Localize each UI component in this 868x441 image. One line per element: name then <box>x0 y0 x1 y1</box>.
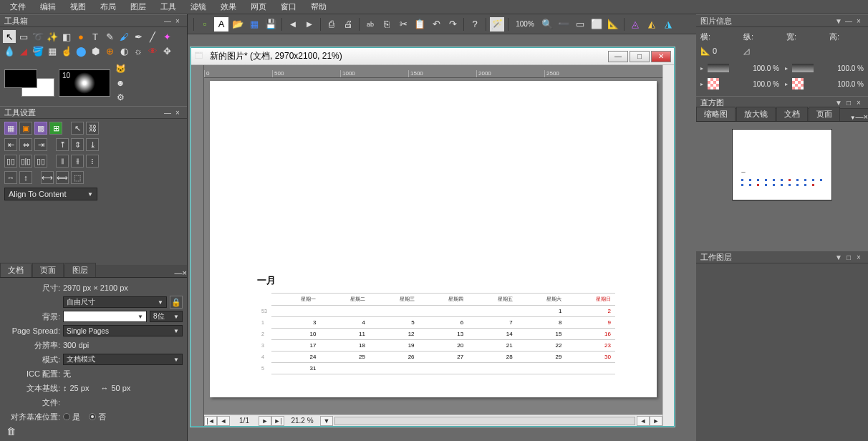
panel-minimize-icon[interactable]: — <box>175 268 183 277</box>
layer-row[interactable]: ▸100.0 % <box>785 76 864 92</box>
wand-tool-icon[interactable]: ✨ <box>46 30 59 43</box>
radio-no[interactable]: 否 <box>89 412 106 422</box>
eraser-tool-icon[interactable]: ◢ <box>17 44 30 57</box>
edit-tool-icon[interactable]: ✎ <box>103 30 116 43</box>
stamp-tool-icon[interactable]: ⬢ <box>89 44 102 57</box>
tab-thumbnail[interactable]: 缩略图 <box>696 107 736 121</box>
grid-icon[interactable]: ▦ <box>247 17 261 32</box>
panel-minimize-icon[interactable]: — <box>856 112 864 121</box>
layer-row[interactable]: ▸100.0 % <box>700 60 779 76</box>
panel-close-icon[interactable]: × <box>864 112 868 121</box>
panel-close-icon[interactable]: × <box>854 17 864 25</box>
align-left-icon[interactable]: ⇤ <box>4 138 17 151</box>
heal-tool-icon[interactable]: ⊕ <box>103 44 116 57</box>
move-tool-icon[interactable]: ✥ <box>160 44 173 57</box>
spray-tool-icon[interactable]: ✦ <box>160 30 173 43</box>
redo-icon[interactable]: ↷ <box>445 17 460 32</box>
chevron-down-icon[interactable]: ▼ <box>834 253 844 261</box>
redeye-tool-icon[interactable]: 👁 <box>146 44 159 57</box>
dist-right-icon[interactable]: ▯▯ <box>34 155 47 168</box>
align-right-icon[interactable]: ⇥ <box>34 138 47 151</box>
print-icon[interactable]: 🖨 <box>341 17 355 32</box>
menu-window[interactable]: 窗口 <box>275 0 302 14</box>
spread-dropdown[interactable]: Single Pages▼ <box>63 325 183 336</box>
first-page-icon[interactable]: |◄ <box>204 416 217 426</box>
tab-magnifier[interactable]: 放大镜 <box>736 107 776 121</box>
dist-bot-icon[interactable]: ⫶ <box>86 155 99 168</box>
space-v-icon[interactable]: ↕ <box>19 171 32 184</box>
bottom-scrollbar[interactable]: |◄ ◄ 1/1 ► ►| 21.2 % ▼ ◄ ► <box>204 415 662 426</box>
space-h-icon[interactable]: ↔ <box>4 171 17 184</box>
cat-icon[interactable]: 🐱 <box>115 63 126 74</box>
radio-yes[interactable]: 是 <box>63 412 80 422</box>
smudge-tool-icon[interactable]: ☝ <box>60 44 73 57</box>
panel-close-icon[interactable]: × <box>854 253 864 261</box>
zoom-readout[interactable]: 21.2 % <box>284 417 320 425</box>
bit-depth-dropdown[interactable]: 8位▼ <box>150 311 183 322</box>
viewport[interactable]: 一月 星期一星期二星期三星期四星期五星期六星期日 5312 13456789 <box>204 78 662 415</box>
match-w-icon[interactable]: ⟷ <box>41 171 54 184</box>
blur-tool-icon[interactable]: ⬤ <box>74 44 87 57</box>
minimize-button[interactable]: — <box>608 51 628 62</box>
menu-effects[interactable]: 效果 <box>215 0 242 14</box>
scan-icon[interactable]: ⎙ <box>324 17 339 32</box>
pointer-icon[interactable]: ↖ <box>71 122 84 135</box>
face-icon[interactable]: ☻ <box>115 77 126 89</box>
panel-expand-icon[interactable]: □ <box>844 99 854 107</box>
fit-icon[interactable]: ▭ <box>573 17 587 32</box>
menu-web[interactable]: 网页 <box>245 0 272 14</box>
measure-icon[interactable]: 📐 <box>606 17 620 32</box>
marquee-tool-icon[interactable]: ▭ <box>17 30 30 43</box>
brush-preview[interactable]: 10 <box>59 69 110 97</box>
menu-help[interactable]: 帮助 <box>305 0 332 14</box>
close-button[interactable]: ✕ <box>651 51 671 62</box>
scroll-right-icon[interactable]: ► <box>650 416 662 426</box>
lock-icon[interactable]: 🔒 <box>170 296 183 309</box>
trash-icon[interactable]: 🗑 <box>4 425 17 437</box>
ab-icon[interactable]: ab <box>363 17 377 32</box>
text-tool-icon[interactable]: T <box>89 30 102 43</box>
thumbnail-preview[interactable]: 一 <box>732 129 832 200</box>
undo-icon[interactable]: ↶ <box>429 17 443 32</box>
zoom-chevron-icon[interactable]: ▼ <box>320 416 333 426</box>
chevron-down-icon[interactable]: ▼ <box>834 99 844 107</box>
wand2-icon[interactable]: 🪄 <box>490 17 504 32</box>
align-hcenter-icon[interactable]: ⇔ <box>19 138 32 151</box>
v-scrollbar[interactable] <box>662 65 674 426</box>
dist-top-icon[interactable]: ⫴ <box>56 155 69 168</box>
save-icon[interactable]: 💾 <box>264 17 278 32</box>
next-icon[interactable]: ► <box>302 17 317 32</box>
panel-expand-icon[interactable]: □ <box>844 253 854 261</box>
panel-minimize-icon[interactable]: — <box>163 109 173 117</box>
crop-tool-icon[interactable]: ◧ <box>60 30 73 43</box>
vertical-ruler[interactable] <box>191 65 204 426</box>
dist-hc-icon[interactable]: ▯|▯ <box>19 155 32 168</box>
dist-left-icon[interactable]: ▯▯ <box>4 155 17 168</box>
bg-color-field[interactable]: ▼ <box>63 311 147 322</box>
align-top-icon[interactable]: ⤒ <box>56 138 69 151</box>
prev-page-icon[interactable]: ◄ <box>217 416 230 426</box>
open-icon[interactable]: 📂 <box>231 17 245 32</box>
zoom-out-icon[interactable]: ➖ <box>556 17 571 32</box>
chevron-down-icon[interactable]: ▼ <box>850 115 856 121</box>
menu-file[interactable]: 文件 <box>4 0 32 14</box>
target-layer-icon[interactable]: ▩ <box>34 122 47 135</box>
fg-color-swatch[interactable] <box>4 69 37 88</box>
cut-icon[interactable]: ✂ <box>396 17 410 32</box>
horizontal-ruler[interactable]: 05001000150020002500 <box>204 65 662 78</box>
target-all-icon[interactable]: ▦ <box>4 122 17 135</box>
fx3-icon[interactable]: ◮ <box>661 17 675 32</box>
panel-close-icon[interactable]: × <box>173 109 183 117</box>
eyedrop-tool-icon[interactable]: 💧 <box>3 44 16 57</box>
fill-tool-icon[interactable]: 🪣 <box>32 44 44 57</box>
dodge-tool-icon[interactable]: ☼ <box>132 44 145 57</box>
gradient-tool-icon[interactable]: ▦ <box>46 44 59 57</box>
pen-tool-icon[interactable]: ✒ <box>132 30 145 43</box>
misc-icon[interactable]: ⚙ <box>115 92 126 103</box>
panel-close-icon[interactable]: × <box>854 99 864 107</box>
panel-minimize-icon[interactable]: — <box>844 17 854 25</box>
tab-page2[interactable]: 页面 <box>809 107 840 121</box>
patch-tool-icon[interactable]: ◐ <box>117 44 130 57</box>
copy-icon[interactable]: ⎘ <box>380 17 394 32</box>
match-wh-icon[interactable]: ⬚ <box>71 171 84 184</box>
